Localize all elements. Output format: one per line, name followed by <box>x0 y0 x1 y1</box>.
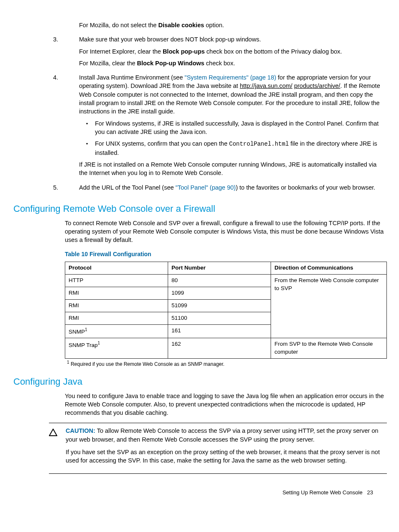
body-text: Add the URL of the Tool Panel (see "Tool… <box>79 183 386 192</box>
list-number: 3. <box>51 35 64 44</box>
cell-protocol: RMI <box>65 300 168 312</box>
page-number: 23 <box>367 489 373 496</box>
caution-label: CAUTION: <box>66 427 95 434</box>
body-text: Make sure that your web browser does NOT… <box>79 35 386 44</box>
xref-link[interactable]: "System Requirements" (page 18) <box>184 74 276 81</box>
cell-protocol: RMI <box>65 287 168 300</box>
body-text: If JRE is not installed on a Remote Web … <box>79 160 386 177</box>
cell-port: 1099 <box>168 287 271 300</box>
bullet-icon: • <box>79 119 95 136</box>
cell-port: 51099 <box>168 300 271 312</box>
table-caption: Table 10 Firewall Configuration <box>65 250 386 259</box>
bullet-item: • For UNIX systems, confirm that you can… <box>79 139 386 157</box>
cell-protocol: RMI <box>65 312 168 324</box>
section-heading-java: Configuring Java <box>13 375 386 388</box>
external-link[interactable]: products/archive/ <box>294 82 340 89</box>
section-heading-firewall: Configuring Remote Web Console over a Fi… <box>13 203 386 216</box>
list-item-3: 3. Make sure that your web browser does … <box>78 35 386 71</box>
col-direction: Direction of Communications <box>271 262 387 275</box>
cell-port: 161 <box>168 324 271 338</box>
cell-port: 162 <box>168 338 271 359</box>
bullet-list: • For Windows systems, if JRE is install… <box>79 119 386 157</box>
caution-icon <box>49 427 66 469</box>
body-text: For Windows systems, if JRE is installed… <box>95 119 386 136</box>
xref-link[interactable]: "Tool Panel" (page 90) <box>176 184 236 191</box>
bullet-icon: • <box>79 139 95 157</box>
caution-block: CAUTION: To allow Remote Web Console to … <box>49 423 387 473</box>
body-text: For Internet Explorer, clear the Block p… <box>79 47 386 56</box>
table-footnote: 1 Required if you use the Remote Web Con… <box>67 360 386 368</box>
page-footer: Setting Up Remote Web Console 23 <box>13 489 386 496</box>
table-row: HTTP 80 From the Remote Web Console comp… <box>65 275 387 287</box>
col-protocol: Protocol <box>65 262 168 275</box>
external-link[interactable]: http://java.sun.com/ <box>240 82 292 89</box>
svg-marker-0 <box>49 429 57 436</box>
body-text: For UNIX systems, confirm that you can o… <box>95 139 386 157</box>
cell-protocol: SNMP Trap1 <box>65 338 168 359</box>
table-row: SNMP Trap1 162 From SVP to the Remote We… <box>65 338 387 359</box>
list-item-5: 5. Add the URL of the Tool Panel (see "T… <box>78 183 386 195</box>
body-text: For Mozilla, clear the Block Pop-up Wind… <box>79 59 386 67</box>
col-port: Port Number <box>168 262 271 275</box>
bullet-item: • For Windows systems, if JRE is install… <box>79 119 386 136</box>
cell-direction: From the Remote Web Console computer to … <box>271 275 387 338</box>
cell-port: 80 <box>168 275 271 287</box>
cell-protocol: HTTP <box>65 275 168 287</box>
footer-title: Setting Up Remote Web Console <box>282 489 362 496</box>
cell-port: 51100 <box>168 312 271 324</box>
cell-direction: From SVP to the Remote Web Console compu… <box>271 338 387 359</box>
body-text: For Mozilla, do not select the Disable c… <box>79 21 386 29</box>
list-number: 5. <box>51 183 64 192</box>
caution-text: If you have set the SVP as an exception … <box>66 448 387 465</box>
numbered-list: For Mozilla, do not select the Disable c… <box>78 21 386 195</box>
body-text: Install Java Runtime Environment (see "S… <box>79 73 386 116</box>
table-header-row: Protocol Port Number Direction of Commun… <box>65 262 387 275</box>
list-item-4: 4. Install Java Runtime Environment (see… <box>78 73 386 181</box>
caution-text: CAUTION: To allow Remote Web Console to … <box>66 427 387 444</box>
body-text: To connect Remote Web Console and SVP ov… <box>65 219 386 244</box>
list-number: 4. <box>51 73 64 82</box>
firewall-table: Protocol Port Number Direction of Commun… <box>65 262 387 359</box>
cell-protocol: SNMP1 <box>65 324 168 338</box>
list-item-2-continued: For Mozilla, do not select the Disable c… <box>78 21 386 33</box>
body-text: You need to configure Java to enable tra… <box>65 392 386 417</box>
